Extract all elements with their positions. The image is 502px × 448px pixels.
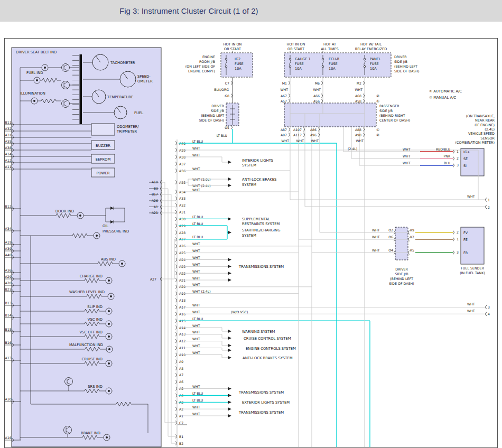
- indicator-lamp-dot: [108, 310, 110, 312]
- fuel-gauge-label: FUEL: [134, 111, 143, 115]
- engine-variant-note: (2.4L): [348, 147, 357, 151]
- system-callout: ANTI-LOCK BRAKES: [242, 178, 276, 182]
- wire-color-label: WHT: [372, 228, 380, 232]
- jb-pin-label: A66: [313, 94, 320, 98]
- harness-pin-label: C7: [179, 421, 183, 425]
- hot-label: RELAY ENERGIZED: [355, 47, 387, 51]
- cluster-pin-label: B13: [5, 301, 12, 305]
- cluster-pin-label: A35: [5, 139, 12, 143]
- wire-color-label: BLU: [444, 161, 450, 165]
- jb-pin-label: M2: [357, 81, 361, 85]
- indicator-label: ABS IND: [101, 257, 116, 262]
- terminal-label: FE: [463, 238, 468, 242]
- indicator-lamp-dot: [44, 67, 46, 69]
- wire-color-label: LT BLU: [192, 398, 203, 402]
- indicator-label: BRAKE IND: [81, 431, 100, 435]
- passenger-side-jb-box: [284, 103, 376, 127]
- system-callout: SYSTEM: [242, 183, 256, 187]
- wire-color-label: WHT: [192, 146, 200, 150]
- speedometer-label: OMETER: [137, 79, 153, 83]
- system-callout: CRUISE CONTROL SYSTEM: [244, 337, 291, 341]
- fuse-label: FUSE: [370, 62, 379, 66]
- cluster-pin-label: A36: [5, 268, 12, 272]
- fuse-label: GAUGE 1: [295, 57, 311, 61]
- connector-pin-number: 1: [488, 198, 490, 202]
- fuel-sender-label: (IN FUEL TANK): [460, 271, 485, 275]
- wire-color-label: WHT: [372, 235, 380, 239]
- harness-pin-label: B1: [179, 435, 183, 438]
- indicator-lamp-dot: [110, 295, 112, 297]
- harness-pin-label: A18: [179, 298, 185, 302]
- connector-pin-number: 2: [457, 230, 459, 234]
- indicator-label: CHARGE IND: [80, 274, 103, 278]
- wire-color-label: WHT (2.4L): [192, 290, 211, 293]
- system-callout: TRANSMISSIONS SYSTEM: [238, 410, 284, 415]
- terminal-label: FV: [463, 231, 468, 235]
- jb-pin-label: O6: [388, 235, 393, 239]
- wire-color-label: WHT: [192, 324, 200, 328]
- wire-color-label: WHT: [192, 242, 200, 246]
- engine-room-jb-label: ENGINE: [202, 55, 215, 59]
- wire-color-label: LT BLU: [192, 139, 203, 143]
- wire-color-label: WHT: [467, 309, 475, 313]
- wire-color-label: WHT: [403, 147, 411, 151]
- cluster-pin-label: B12: [5, 204, 12, 208]
- jb-pin-label: A107: [293, 128, 302, 132]
- indicator-label: CRUISE IND: [81, 357, 103, 361]
- cluster-pin-label: A20: [5, 281, 12, 285]
- tachometer-label: TACHOMETER: [110, 61, 135, 65]
- jb-pin-label: M1: [282, 81, 287, 85]
- engine-room-jb-label: (ON LEFT SIDE OF: [185, 64, 216, 68]
- wiring-diagram: DRIVER SEAT BELT INDTACHOMETERSPEED-OMET…: [0, 0, 502, 448]
- wire-color-label: WHT: [403, 161, 411, 165]
- cluster-pin-label: A38: [5, 146, 12, 150]
- system-callout: EXTERIOR LIGHTS SYSTEM: [242, 400, 290, 405]
- driver-jb-label: DRIVER: [395, 267, 408, 271]
- cluster-pin-label: A39: [5, 247, 12, 250]
- cluster-pin-label: B23: [5, 287, 12, 291]
- indicator-label: VSC OFF IND: [79, 330, 103, 334]
- jb-pin-label: G8: [225, 94, 229, 98]
- wire-note: (W/O VSC): [231, 310, 248, 314]
- indicator-lamp-dot: [33, 100, 35, 102]
- harness-pin-label: A7: [179, 373, 183, 377]
- fuse-label: 10A: [295, 67, 302, 71]
- jb-pin-label: A58: [355, 99, 361, 103]
- indicator-lamp-dot: [79, 214, 81, 217]
- driver-jb-label: SIDE J/B: [394, 60, 407, 64]
- hot-label: HOT IN ON: [224, 42, 242, 46]
- cluster-pin-label: A13: [5, 356, 12, 360]
- indicator-lamp-dot: [108, 348, 110, 350]
- wire-color-label: LT BLU: [192, 391, 203, 395]
- harness-pin-label: A31: [179, 210, 185, 214]
- speed-sensor-note: VEHICLE SPEED: [468, 132, 495, 136]
- passenger-jb-label: (BEHIND RIGHT: [379, 114, 405, 117]
- hot-label: HOT AT: [323, 42, 336, 46]
- jb-pin-label: K5: [410, 248, 414, 252]
- wire-color-label: WHT: [192, 153, 200, 157]
- wire-color-label: WHT: [192, 276, 200, 280]
- jb-pin-label: O4: [388, 248, 393, 252]
- engine-room-jb-label: ROOM J/B: [199, 60, 215, 64]
- speed-sensor-note: (2.4L): [485, 127, 495, 132]
- wire-color-label: LT BLU: [192, 235, 203, 239]
- harness-pin-label: A8: [179, 367, 183, 370]
- ac-note-2: ②: [376, 133, 379, 137]
- hot-label: HOT IN ON: [287, 42, 305, 46]
- wire-color-label: WHT: [467, 194, 475, 198]
- wire-color-label: WHT: [311, 139, 319, 143]
- wire-color-label: WHT: [355, 88, 362, 91]
- cluster-pin-label: A34: [5, 227, 12, 230]
- wire-color-label: WHT: [192, 310, 200, 314]
- indicator-lamp-dot: [106, 436, 108, 438]
- system-callout: SYSTEM: [242, 163, 256, 167]
- odometer-label: ODOMETER/: [117, 125, 139, 129]
- buzzer-label: BUZZER: [96, 144, 110, 148]
- system-callout: STARTING/CHARGING: [242, 228, 280, 232]
- speed-sensor-note: (ON TRANSAXLE,: [466, 114, 495, 118]
- jb-pin-label: O2: [388, 228, 393, 232]
- harness-pin-label: B2: [179, 442, 183, 445]
- wire-color-label: WHT: [313, 88, 321, 91]
- harness-pin-label: A33: [179, 197, 185, 200]
- indicator-label: VSC IND: [88, 318, 103, 322]
